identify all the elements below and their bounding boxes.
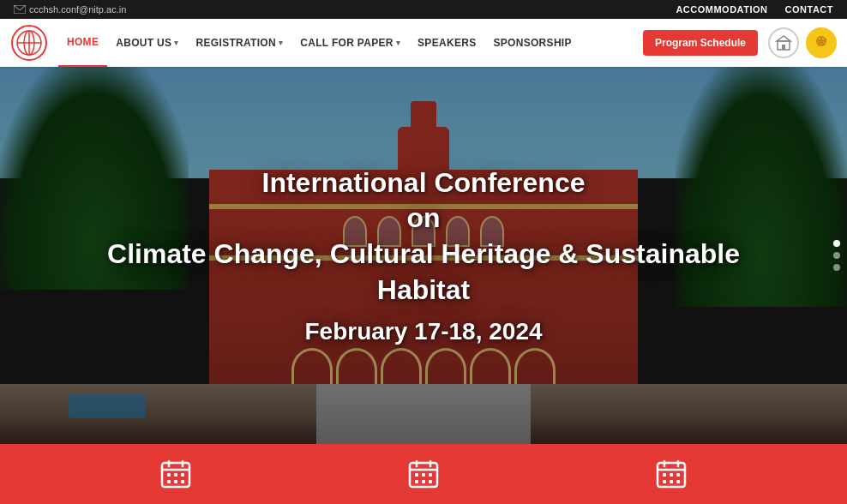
svg-rect-28	[415, 480, 418, 483]
svg-rect-15	[167, 473, 171, 477]
svg-rect-8	[782, 45, 785, 50]
svg-rect-38	[663, 480, 666, 483]
nav-call-for-paper[interactable]: CALL FOR PAPER ▾	[291, 19, 409, 67]
slide-dot-3[interactable]	[833, 264, 840, 271]
hero-date: February 17-18, 2024	[304, 318, 542, 345]
nav-sponsorship[interactable]: SPONSORSHIP	[484, 19, 580, 67]
svg-rect-18	[167, 480, 171, 483]
hero-title-line4: Habitat	[107, 273, 740, 309]
chevron-down-icon: ▾	[279, 39, 283, 47]
svg-rect-40	[676, 480, 680, 483]
chevron-down-icon: ▾	[174, 39, 178, 47]
slide-dot-2[interactable]	[833, 252, 840, 259]
contact-link[interactable]: CONTACT	[785, 4, 833, 15]
navbar-logo[interactable]	[10, 24, 48, 62]
hero-title-line2: on	[107, 201, 740, 237]
top-bar: ccchsh.conf@nitp.ac.in ACCOMMODATION CON…	[0, 0, 847, 19]
top-bar-email: ccchsh.conf@nitp.ac.in	[14, 4, 126, 15]
email-text: ccchsh.conf@nitp.ac.in	[29, 4, 126, 15]
institution-icon	[775, 34, 792, 51]
svg-rect-27	[429, 473, 432, 477]
calendar-icon-1	[160, 459, 191, 489]
svg-rect-37	[676, 473, 680, 477]
bottom-icon-2[interactable]	[408, 459, 439, 489]
hero-title: International Conference on Climate Chan…	[107, 165, 740, 308]
nav-home[interactable]: HOME	[58, 19, 107, 67]
hero-section: International Conference on Climate Chan…	[0, 67, 847, 444]
calendar-icon-3	[656, 459, 687, 489]
circle-icon-1[interactable]	[768, 27, 799, 58]
award-icon	[813, 34, 830, 51]
top-bar-links: ACCOMMODATION CONTACT	[676, 4, 833, 15]
nav-registration[interactable]: REGISTRATION ▾	[188, 19, 292, 67]
slide-dot-1[interactable]	[833, 240, 840, 247]
email-icon	[14, 5, 26, 14]
bottom-icon-3[interactable]	[656, 459, 687, 489]
circle-icon-2[interactable]	[806, 27, 837, 58]
hero-title-line1: International Conference	[107, 165, 740, 201]
svg-rect-20	[181, 480, 184, 483]
svg-rect-36	[670, 473, 673, 477]
hero-content: International Conference on Climate Chan…	[0, 67, 847, 444]
svg-rect-16	[174, 473, 177, 477]
svg-rect-29	[422, 480, 425, 483]
svg-rect-25	[415, 473, 418, 477]
slide-indicators	[833, 240, 840, 271]
chevron-down-icon: ▾	[396, 39, 400, 47]
svg-marker-7	[777, 36, 790, 41]
nav-links: HOME ABOUT US ▾ REGISTRATION ▾ CALL FOR …	[58, 19, 636, 67]
logo-svg	[10, 24, 48, 62]
svg-rect-39	[670, 480, 673, 483]
calendar-icon-2	[408, 459, 439, 489]
program-schedule-button[interactable]: Program Schedule	[643, 30, 758, 56]
svg-rect-35	[663, 473, 666, 477]
svg-rect-26	[422, 473, 425, 477]
svg-rect-17	[181, 473, 184, 477]
bottom-icon-1[interactable]	[160, 459, 191, 489]
nav-speakers[interactable]: SPEAKERS	[409, 19, 484, 67]
navbar-right-icons	[768, 27, 837, 58]
svg-rect-19	[174, 480, 177, 483]
svg-rect-30	[429, 480, 432, 483]
hero-title-line3: Climate Change, Cultural Heritage & Sust…	[107, 237, 740, 273]
navbar: HOME ABOUT US ▾ REGISTRATION ▾ CALL FOR …	[0, 19, 847, 67]
nav-about[interactable]: ABOUT US ▾	[107, 19, 187, 67]
bottom-bar	[0, 444, 847, 504]
accommodation-link[interactable]: ACCOMMODATION	[676, 4, 767, 15]
